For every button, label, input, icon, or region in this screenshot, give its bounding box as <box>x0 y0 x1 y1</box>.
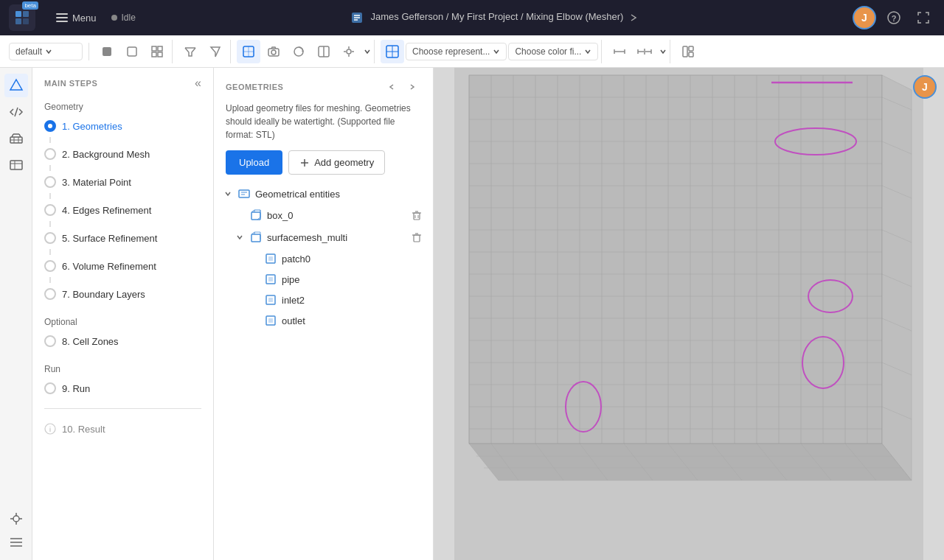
step-2-background-mesh[interactable]: 2. Background Mesh <box>32 143 213 165</box>
chevron-down-small-icon <box>224 190 232 197</box>
step-10-result[interactable]: i 10. Result <box>32 418 213 440</box>
step-connector-6-7 <box>49 277 51 283</box>
measure-button[interactable] <box>608 40 631 63</box>
nav-prev-icon <box>388 83 395 91</box>
info-icon: i <box>44 423 56 435</box>
sidebar-item-mesh[interactable] <box>4 127 28 150</box>
menu-label: Menu <box>72 13 97 24</box>
box-0-delete-button[interactable] <box>409 208 424 223</box>
tree-pipe[interactable]: pipe <box>214 269 433 290</box>
step-3-material-point[interactable]: 3. Material Point <box>32 171 213 193</box>
scale-dropdown-chevron-icon <box>659 48 667 55</box>
outlet-label: outlet <box>282 315 424 326</box>
svg-rect-1 <box>23 11 29 17</box>
grid-view-button[interactable] <box>145 40 169 63</box>
tree-box-0-spacer <box>235 210 245 220</box>
geo-nav-prev[interactable] <box>383 78 400 96</box>
pipe-label: pipe <box>282 274 424 285</box>
solid-view-button[interactable] <box>95 40 119 63</box>
measure-icon <box>613 45 626 58</box>
step-5-surface-refinement[interactable]: 5. Surface Refinement <box>32 227 213 249</box>
sidebar-item-code[interactable] <box>4 100 28 124</box>
sidebar-item-list[interactable] <box>4 531 28 554</box>
svg-rect-77 <box>414 213 420 220</box>
wireframe-view-button[interactable] <box>120 40 144 63</box>
surfacemesh-multi-label: surfacemesh_multi <box>267 232 405 243</box>
viewport[interactable]: J <box>434 68 944 560</box>
svg-rect-16 <box>158 46 162 51</box>
optional-section-label: Optional <box>32 311 213 330</box>
tree-patch0[interactable]: patch0 <box>214 248 433 269</box>
color-dropdown[interactable]: Choose color fi... <box>508 43 598 60</box>
chevron-down-small-2-icon <box>236 234 243 241</box>
step-3-label: 3. Material Point <box>62 177 131 188</box>
viewport-avatar: J <box>913 75 937 99</box>
tree-inlet2[interactable]: inlet2 <box>214 290 433 310</box>
step-1-dot <box>44 120 56 132</box>
code-icon <box>9 105 24 119</box>
geo-actions: Upload Add geometry <box>214 150 433 183</box>
camera-button[interactable] <box>262 40 285 63</box>
svg-rect-44 <box>683 46 687 57</box>
step-8-cell-zones[interactable]: 8. Cell Zones <box>32 330 213 352</box>
step-3-dot <box>44 176 56 188</box>
funnel-icon <box>209 45 222 58</box>
svg-rect-2 <box>15 18 21 24</box>
upload-button[interactable]: Upload <box>226 150 282 175</box>
step-2-dot <box>44 148 56 160</box>
geometry-section-label: Geometry <box>32 96 213 115</box>
rotate-icon <box>292 45 305 58</box>
tree-surfacemesh-multi[interactable]: surfacemesh_multi <box>214 226 433 248</box>
idle-dot <box>111 15 117 21</box>
steps-collapse-button[interactable]: « <box>195 77 201 90</box>
sidebar-item-geometry[interactable] <box>4 74 28 97</box>
help-button[interactable]: ? <box>882 6 906 29</box>
surfacemesh-multi-delete-button[interactable] <box>409 230 424 245</box>
step-1-geometries[interactable]: 1. Geometries <box>32 115 213 137</box>
clip-button[interactable] <box>312 40 336 63</box>
3d-view-button[interactable] <box>237 40 260 63</box>
sidebar-item-results[interactable] <box>4 153 28 177</box>
sidebar-item-debug[interactable] <box>4 507 28 531</box>
step-2-label: 2. Background Mesh <box>62 149 150 160</box>
step-4-edges-refinement[interactable]: 4. Edges Refinement <box>32 199 213 221</box>
measure-group <box>605 40 670 63</box>
rotate-button[interactable] <box>287 40 310 63</box>
representation-group: Choose represent... Choose color fi... <box>378 40 602 63</box>
step-6-volume-refinement[interactable]: 6. Volume Refinement <box>32 255 213 277</box>
representation-mode-button[interactable] <box>381 40 404 63</box>
svg-rect-84 <box>414 235 420 242</box>
steps-header: MAIN STEPS « <box>32 68 213 96</box>
color-label: Choose color fi... <box>515 46 581 57</box>
add-icon <box>299 158 310 168</box>
step-9-run[interactable]: 9. Run <box>32 377 213 399</box>
scale-button[interactable] <box>633 40 656 63</box>
represent-dropdown[interactable]: Choose represent... <box>406 43 507 60</box>
tree-box-0[interactable]: box_0 <box>214 204 433 226</box>
color-chevron-icon <box>584 48 591 55</box>
scale-icon <box>636 45 653 58</box>
filter-group <box>176 40 231 63</box>
step-8-dot <box>44 335 56 347</box>
viewport-svg <box>434 68 944 560</box>
step-7-boundary-layers[interactable]: 7. Boundary Layers <box>32 283 213 305</box>
add-geometry-button[interactable]: Add geometry <box>288 150 385 175</box>
chevron-down-icon <box>45 48 52 55</box>
geo-header: GEOMETRIES <box>214 68 433 102</box>
app-logo-icon <box>14 10 30 26</box>
tree-outlet[interactable]: outlet <box>214 310 433 331</box>
tools-dropdown-chevron-icon <box>364 48 371 55</box>
default-view-dropdown[interactable]: default <box>9 43 83 60</box>
svg-point-28 <box>347 49 351 54</box>
tools-button[interactable] <box>337 40 361 63</box>
run-section-label: Run <box>32 358 213 377</box>
funnel-button[interactable] <box>204 40 227 63</box>
fullscreen-button[interactable] <box>912 6 935 29</box>
geo-nav-next[interactable] <box>403 78 421 96</box>
geo-title: GEOMETRIES <box>226 83 283 91</box>
menu-button[interactable]: Menu <box>47 7 105 28</box>
filter-button[interactable] <box>178 40 202 63</box>
tree-geometrical-entities[interactable]: Geometrical entities <box>214 183 433 204</box>
layout-button[interactable] <box>676 40 700 63</box>
topbar-right: J ? <box>853 6 935 29</box>
